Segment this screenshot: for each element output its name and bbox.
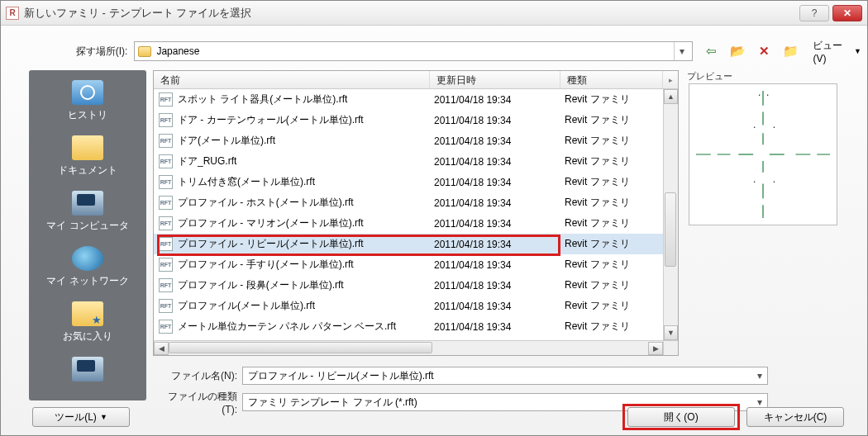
file-type: Revit ファミリ: [565, 216, 663, 230]
view-button[interactable]: ビュー(V) ▼: [807, 36, 867, 67]
scroll-track[interactable]: [664, 104, 678, 325]
file-name: トリム付き窓(メートル単位).rft: [178, 175, 434, 189]
titlebar[interactable]: R 新しいファミリ - テンプレート ファイルを選択 ? ✕: [1, 1, 867, 26]
scroll-thumb[interactable]: [665, 192, 676, 267]
chevron-down-icon: ▼: [100, 413, 107, 421]
file-name: メートル単位カーテン パネル パターン ベース.rft: [178, 320, 434, 334]
sidebar-item-label: マイ ネットワーク: [29, 274, 146, 288]
file-type: Revit ファミリ: [565, 175, 663, 189]
close-button[interactable]: ✕: [832, 5, 862, 21]
rft-file-icon: RFT: [159, 216, 173, 230]
svg-text:.: .: [773, 173, 775, 185]
file-name: ドア_RUG.rft: [178, 154, 434, 168]
file-type: Revit ファミリ: [565, 258, 663, 272]
scroll-left-icon[interactable]: ◀: [154, 342, 169, 355]
sidebar-item-computer[interactable]: マイ コンピュータ: [29, 186, 146, 241]
column-overflow-icon[interactable]: ▸: [663, 71, 678, 88]
app-icon: R: [6, 7, 19, 20]
lookin-combo[interactable]: Japanese ▾: [134, 41, 693, 61]
open-button-label: 開く(O): [664, 410, 698, 424]
svg-text:.: .: [773, 119, 775, 130]
file-list[interactable]: RFTスポット ライト器具(メートル単位).rft2011/04/18 19:3…: [154, 89, 663, 340]
back-icon[interactable]: ⇦: [703, 43, 719, 59]
file-name: ドア - カーテンウォール(メートル単位).rft: [178, 113, 434, 127]
rft-file-icon: RFT: [159, 154, 173, 168]
file-date: 2011/04/18 19:34: [434, 177, 565, 188]
file-name: プロファイル - リビール(メートル単位).rft: [178, 237, 434, 251]
column-date[interactable]: 更新日時: [430, 71, 560, 88]
scroll-thumb[interactable]: [169, 342, 432, 353]
file-date: 2011/04/18 19:34: [434, 156, 565, 168]
help-button[interactable]: ?: [799, 5, 829, 21]
file-type: Revit ファミリ: [565, 237, 663, 251]
file-row[interactable]: RFTプロファイル - 段鼻(メートル単位).rft2011/04/18 19:…: [154, 275, 663, 296]
tool-button-label: ツール(L): [55, 410, 97, 424]
file-type: Revit ファミリ: [565, 299, 663, 313]
up-folder-icon[interactable]: 📂: [729, 43, 746, 59]
preview-pane: .. .. ..: [689, 83, 837, 225]
file-row[interactable]: RFTドア(メートル単位).rft2011/04/18 19:34Revit フ…: [154, 130, 663, 151]
rft-file-icon: RFT: [159, 299, 173, 313]
sidebar-item-more[interactable]: [29, 352, 146, 393]
file-row[interactable]: RFTプロファイル - ホスト(メートル単位).rft2011/04/18 19…: [154, 192, 663, 213]
rft-file-icon: RFT: [159, 320, 173, 334]
file-row[interactable]: RFTメートル単位カーテン パネル パターン ベース.rft2011/04/18…: [154, 316, 663, 337]
places-sidebar: ヒストリ ドキュメント マイ コンピュータ マイ ネットワーク お気に入り: [29, 70, 146, 400]
vertical-scrollbar[interactable]: ▲ ▼: [663, 89, 678, 340]
scroll-up-icon[interactable]: ▲: [664, 89, 678, 104]
column-type[interactable]: 種類: [560, 71, 663, 88]
file-name: ドア(メートル単位).rft: [178, 134, 434, 148]
delete-icon[interactable]: ✕: [756, 43, 772, 59]
file-date: 2011/04/18 19:34: [434, 280, 565, 291]
rft-file-icon: RFT: [159, 175, 173, 189]
sidebar-item-label: ドキュメント: [29, 164, 146, 178]
file-row[interactable]: RFTプロファイル - 手すり(メートル単位).rft2011/04/18 19…: [154, 254, 663, 275]
sidebar-item-history[interactable]: ヒストリ: [29, 75, 146, 130]
file-row[interactable]: RFTトリム付き窓(メートル単位).rft2011/04/18 19:34Rev…: [154, 172, 663, 192]
dialog-window: R 新しいファミリ - テンプレート ファイルを選択 ? ✕ 探す場所(I): …: [0, 0, 868, 436]
file-type: Revit ファミリ: [565, 92, 663, 107]
column-name[interactable]: 名前: [154, 71, 430, 88]
chevron-down-icon[interactable]: ▾: [757, 370, 762, 382]
file-list-area: 名前 更新日時 種類 ▸ RFTスポット ライト器具(メートル単位).rft20…: [153, 70, 679, 356]
svg-text:.: .: [766, 87, 769, 98]
file-name: プロファイル - マリオン(メートル単位).rft: [178, 216, 434, 230]
sidebar-item-label: お気に入り: [29, 329, 146, 344]
rft-file-icon: RFT: [159, 113, 173, 127]
rft-file-icon: RFT: [159, 258, 173, 272]
file-row[interactable]: RFTドア - カーテンウォール(メートル単位).rft2011/04/18 1…: [154, 110, 663, 130]
sidebar-item-network[interactable]: マイ ネットワーク: [29, 241, 146, 296]
lookin-label: 探す場所(I):: [1, 45, 134, 59]
file-row[interactable]: RFTプロファイル - マリオン(メートル単位).rft2011/04/18 1…: [154, 213, 663, 234]
cancel-button[interactable]: キャンセル(C): [746, 407, 844, 427]
new-folder-icon[interactable]: 📁: [782, 43, 799, 59]
rft-file-icon: RFT: [159, 196, 173, 210]
file-date: 2011/04/18 19:34: [434, 135, 565, 147]
file-date: 2011/04/18 19:34: [434, 115, 565, 126]
computer-icon: [72, 191, 103, 216]
scroll-down-icon[interactable]: ▼: [664, 325, 678, 340]
file-type: Revit ファミリ: [565, 320, 663, 334]
filename-field[interactable]: プロファイル - リビール(メートル単位).rft ▾: [242, 367, 768, 385]
sidebar-item-favorites[interactable]: お気に入り: [29, 296, 146, 352]
file-name: プロファイル - ホスト(メートル単位).rft: [178, 196, 434, 210]
filename-value: プロファイル - リビール(メートル単位).rft: [248, 369, 434, 383]
sidebar-item-documents[interactable]: ドキュメント: [29, 130, 146, 186]
file-date: 2011/04/18 19:34: [434, 94, 565, 106]
file-type: Revit ファミリ: [565, 134, 663, 148]
file-row[interactable]: RFTドア_RUG.rft2011/04/18 19:34Revit ファミリ: [154, 151, 663, 172]
scroll-track[interactable]: [169, 342, 648, 355]
open-button[interactable]: 開く(O): [627, 407, 735, 427]
file-row[interactable]: RFTプロファイル - リビール(メートル単位).rft2011/04/18 1…: [154, 234, 663, 254]
file-row[interactable]: RFTプロファイル(メートル単位).rft2011/04/18 19:34Rev…: [154, 296, 663, 316]
chevron-down-icon[interactable]: ▾: [674, 42, 689, 60]
tool-button[interactable]: ツール(L) ▼: [32, 407, 130, 427]
horizontal-scrollbar[interactable]: ◀ ▶: [154, 340, 663, 355]
file-row[interactable]: RFTスポット ライト器具(メートル単位).rft2011/04/18 19:3…: [154, 89, 663, 110]
svg-text:.: .: [758, 87, 761, 98]
file-type: Revit ファミリ: [565, 278, 663, 292]
scroll-right-icon[interactable]: ▶: [648, 342, 663, 355]
file-name: スポット ライト器具(メートル単位).rft: [178, 92, 434, 107]
scroll-corner: [663, 340, 678, 355]
window-title: 新しいファミリ - テンプレート ファイルを選択: [24, 6, 799, 21]
